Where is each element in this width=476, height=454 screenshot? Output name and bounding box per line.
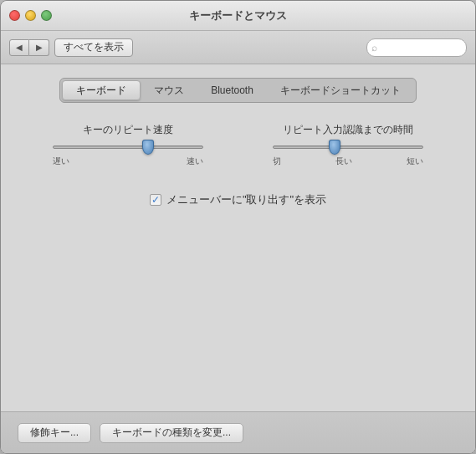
modifier-keys-button[interactable]: 修飾キー... bbox=[18, 423, 91, 443]
checkbox-label: メニューバーに"取り出す"を表示 bbox=[166, 192, 326, 207]
bottom-bar: 修飾キー... キーボードの種類を変更... bbox=[1, 411, 475, 453]
repeat-delay-long-label: 長い bbox=[335, 156, 352, 167]
repeat-delay-slider[interactable] bbox=[273, 145, 423, 149]
menu-bar-checkbox[interactable]: ✓ bbox=[150, 194, 161, 206]
maximize-button[interactable] bbox=[41, 10, 52, 21]
search-wrapper: ⌕ bbox=[366, 38, 467, 57]
repeat-speed-slider[interactable] bbox=[53, 145, 203, 149]
close-button[interactable] bbox=[9, 10, 20, 21]
sliders-row: キーのリピート速度 遅い 速い リピート入力認識までの時間 切 長い 短い bbox=[18, 123, 458, 167]
content-area: キーボード マウス Bluetooth キーボードショートカット キーのリピート… bbox=[1, 64, 475, 411]
checkbox-check-icon: ✓ bbox=[151, 195, 160, 205]
back-button[interactable]: ◀ bbox=[9, 39, 29, 56]
forward-button[interactable]: ▶ bbox=[29, 39, 49, 56]
repeat-speed-label: キーのリピート速度 bbox=[83, 123, 173, 137]
tab-bluetooth[interactable]: Bluetooth bbox=[197, 80, 267, 100]
repeat-speed-group: キーのリピート速度 遅い 速い bbox=[36, 123, 220, 167]
minimize-button[interactable] bbox=[25, 10, 36, 21]
titlebar: キーボードとマウス bbox=[1, 1, 475, 31]
tab-shortcuts[interactable]: キーボードショートカット bbox=[267, 80, 414, 100]
repeat-delay-group: リピート入力認識までの時間 切 長い 短い bbox=[256, 123, 440, 167]
repeat-delay-short-label: 短い bbox=[407, 156, 423, 167]
search-input[interactable] bbox=[366, 38, 467, 57]
show-all-button[interactable]: すべてを表示 bbox=[54, 38, 133, 57]
change-keyboard-button[interactable]: キーボードの種類を変更... bbox=[100, 423, 243, 443]
window-controls bbox=[9, 10, 52, 21]
tab-keyboard[interactable]: キーボード bbox=[62, 80, 141, 100]
repeat-delay-scale: 切 長い 短い bbox=[273, 156, 423, 167]
repeat-speed-right-label: 速い bbox=[187, 156, 203, 167]
tab-bar: キーボード マウス Bluetooth キーボードショートカット bbox=[59, 78, 417, 103]
nav-group: ◀ ▶ bbox=[9, 39, 49, 56]
tab-mouse[interactable]: マウス bbox=[141, 80, 197, 100]
repeat-delay-off-label: 切 bbox=[273, 156, 281, 167]
repeat-speed-left-label: 遅い bbox=[53, 156, 69, 167]
repeat-delay-label: リピート入力認識までの時間 bbox=[283, 123, 413, 137]
checkbox-row: ✓ メニューバーに"取り出す"を表示 bbox=[150, 192, 326, 207]
repeat-speed-scale: 遅い 速い bbox=[53, 156, 203, 167]
toolbar: ◀ ▶ すべてを表示 ⌕ bbox=[1, 31, 475, 64]
window-title: キーボードとマウス bbox=[189, 8, 287, 23]
main-window: キーボードとマウス ◀ ▶ すべてを表示 ⌕ キーボード マウス Bluetoo… bbox=[0, 0, 476, 454]
